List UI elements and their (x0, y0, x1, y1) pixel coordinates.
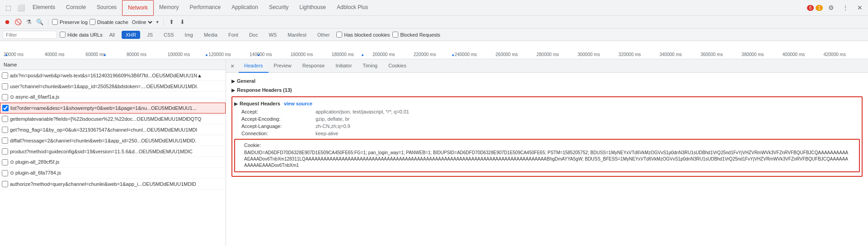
request-headers-arrow-icon: ▶ (234, 101, 238, 106)
details-tab-headers[interactable]: Headers (239, 59, 269, 73)
request-checkbox[interactable] (2, 105, 9, 111)
has-blocked-cookies-input[interactable] (336, 32, 342, 38)
disable-cache-checkbox[interactable]: Disable cache (90, 19, 128, 25)
filter-doc[interactable]: Doc (245, 31, 262, 39)
settings-icon[interactable]: ⚙ (825, 1, 837, 14)
tab-memory[interactable]: Memory (154, 0, 184, 16)
timeline-label: 200000 ms (373, 52, 414, 59)
request-headers-label: Request Headers (240, 101, 280, 106)
request-name: diffall?message=2&channel=chunlei&web=1&… (10, 138, 224, 143)
filter-icon[interactable]: ⚗ (24, 18, 33, 27)
cookie-key: Cookie: (244, 142, 316, 148)
filter-all[interactable]: All (105, 31, 119, 39)
tab-security[interactable]: Security (264, 0, 294, 16)
device-icon[interactable]: ⬜ (14, 1, 27, 14)
tab-adblock[interactable]: Adblock Plus (331, 0, 373, 16)
request-item[interactable]: ⊙ plugin-all_289cf5f.js (0, 157, 226, 168)
general-section-header[interactable]: ▶ General (231, 76, 863, 85)
details-tab-response[interactable]: Response (297, 59, 330, 73)
timeline-label: 80000 ms (127, 52, 168, 59)
filter-js[interactable]: JS (143, 31, 157, 39)
filter-css[interactable]: CSS (160, 31, 178, 39)
hide-data-urls-input[interactable] (60, 32, 66, 38)
export-button[interactable]: ⬇ (178, 18, 187, 27)
timeline-label: 140000 ms (250, 52, 291, 59)
request-checkbox[interactable] (2, 83, 8, 90)
blocked-requests-input[interactable] (392, 32, 398, 38)
tab-lighthouse[interactable]: Lighthouse (294, 0, 331, 16)
request-checkbox[interactable] (2, 72, 8, 79)
request-checkbox[interactable] (2, 116, 8, 122)
import-button[interactable]: ⬆ (167, 18, 176, 27)
timeline-marker-1 (5, 54, 7, 56)
filter-input[interactable] (3, 31, 57, 39)
preserve-log-input[interactable] (52, 19, 58, 25)
filter-media[interactable]: Media (200, 31, 222, 39)
request-checkbox[interactable] (2, 170, 8, 176)
details-tab-cookies[interactable]: Cookies (383, 59, 412, 73)
disable-cache-input[interactable] (90, 19, 95, 25)
search-button[interactable]: 🔍 (35, 18, 44, 27)
has-blocked-cookies-checkbox[interactable]: Has blocked cookies (336, 32, 390, 38)
request-checkbox[interactable] (2, 137, 8, 144)
request-headers-header[interactable]: ▶ Request Headers view source (234, 99, 860, 108)
preserve-log-checkbox[interactable]: Preserve log (52, 19, 88, 25)
filter-img[interactable]: Img (181, 31, 197, 39)
more-options-icon[interactable]: ⋮ (839, 1, 852, 14)
cookie-value-row: BAIDUID=AD6DFD70D6328E907D1E509CA450FE65… (237, 149, 857, 170)
disable-cache-label: Disable cache (97, 19, 128, 25)
filter-other[interactable]: Other (313, 31, 334, 39)
request-item[interactable]: ⊙ plugin-all_6fa7784.js (0, 168, 226, 179)
filter-manifest[interactable]: Manifest (283, 31, 311, 39)
close-devtools-icon[interactable]: ✕ (854, 1, 866, 14)
request-item[interactable]: gettemplatevariable?fields=[%22isdocuser… (0, 114, 226, 124)
tab-sources[interactable]: Sources (91, 0, 122, 16)
timeline-label: 340000 ms (660, 52, 701, 59)
request-checkbox[interactable] (2, 127, 8, 133)
tab-application[interactable]: Application (226, 0, 264, 16)
request-item[interactable]: get?msg_flag=1&by_op=0&uk=3219367547&cha… (0, 124, 226, 135)
timeline-label: 220000 ms (414, 52, 455, 59)
filter-font[interactable]: Font (224, 31, 242, 39)
connection-value: keep-alive (316, 131, 860, 136)
details-tab-initiator[interactable]: Initiator (330, 59, 357, 73)
view-source-link[interactable]: view source (284, 101, 312, 106)
tab-elements[interactable]: Elements (27, 0, 61, 16)
accept-key: Accept: (241, 109, 314, 114)
tab-performance[interactable]: Performance (184, 0, 226, 16)
record-button[interactable]: ⏺ (3, 18, 12, 27)
request-item[interactable]: ⊙ async-all_6faef1a.js (0, 92, 226, 103)
timeline-label: 100000 ms (168, 52, 209, 59)
filter-xhr[interactable]: XHR (122, 31, 140, 39)
details-tab-preview[interactable]: Preview (269, 59, 297, 73)
general-arrow-icon: ▶ (231, 79, 235, 84)
request-name: gettemplatevariable?fields=[%22isdocuser… (10, 116, 224, 122)
blocked-requests-checkbox[interactable]: Blocked Requests (392, 32, 440, 38)
details-tab-timing[interactable]: Timing (357, 59, 383, 73)
request-item[interactable]: list?order=name&desc=1&showempty=0&web=1… (0, 103, 226, 114)
response-headers-section-header[interactable]: ▶ Response Headers (13) (231, 85, 863, 95)
hide-data-urls-checkbox[interactable]: Hide data URLs (60, 32, 103, 38)
timeline-marker-2 (104, 54, 106, 56)
request-item[interactable]: adx?m=pos&d=web&p=web-text&s=16124031966… (0, 70, 226, 81)
timeline-row: 20000 ms40000 ms60000 ms80000 ms100000 m… (0, 41, 868, 59)
close-details-button[interactable]: × (228, 62, 237, 71)
throttle-select[interactable]: Online (130, 19, 154, 25)
clear-button[interactable]: 🚫 (14, 18, 23, 27)
requests-list[interactable]: adx?m=pos&d=web&p=web-text&s=16124031966… (0, 70, 226, 246)
cursor-icon[interactable]: ⬚ (2, 1, 14, 14)
request-item[interactable]: diffall?message=2&channel=chunlei&web=1&… (0, 135, 226, 146)
timeline-label: 320000 ms (618, 52, 660, 59)
request-checkbox[interactable] (2, 94, 8, 100)
request-item[interactable]: authorize?method=query&channel=chunlei&w… (0, 179, 226, 189)
tab-console[interactable]: Console (61, 0, 91, 16)
request-item[interactable]: product?method=guideconfig&sid=19&versio… (0, 146, 226, 157)
filter-ws[interactable]: WS (264, 31, 281, 39)
request-item[interactable]: user?channel=chunlei&web=1&app_id=250528… (0, 81, 226, 92)
tab-network[interactable]: Network (122, 0, 154, 16)
timeline-label: 400000 ms (783, 52, 824, 59)
request-name: authorize?method=query&channel=chunlei&w… (10, 181, 224, 187)
request-checkbox[interactable] (2, 159, 8, 166)
request-checkbox[interactable] (2, 181, 8, 187)
request-checkbox[interactable] (2, 148, 8, 155)
